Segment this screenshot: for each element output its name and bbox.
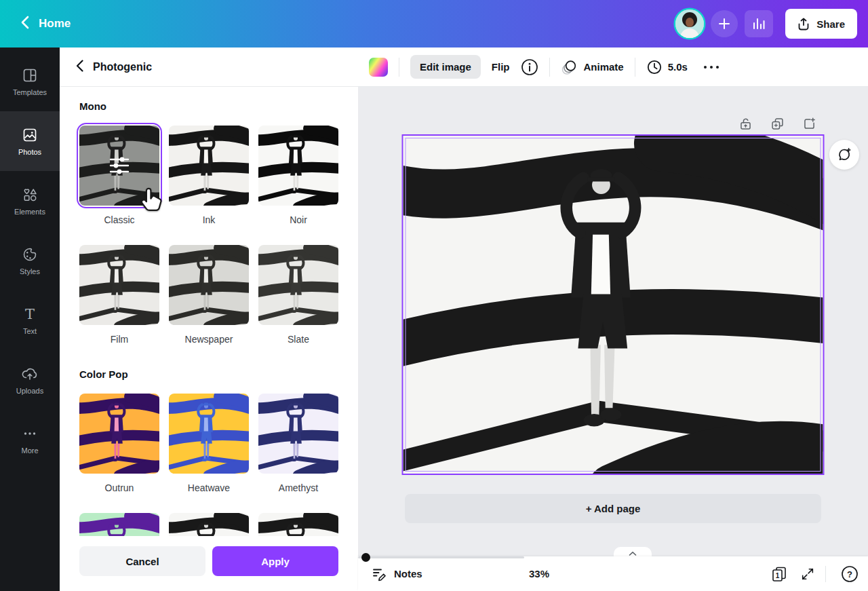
canva-editor: Home (0, 0, 868, 591)
filter-label: Slate (258, 333, 338, 345)
add-comment-icon (836, 147, 852, 163)
bar-chart-icon (752, 17, 766, 31)
filter-option-outrun[interactable]: Outrun (79, 394, 159, 494)
duplicate-page-button[interactable] (770, 117, 785, 131)
sidebar-label: Elements (14, 208, 45, 216)
work-area: + Add page (358, 87, 868, 556)
filter-label: Amethyst (258, 482, 338, 494)
svg-text:1: 1 (776, 572, 780, 579)
add-member-button[interactable] (711, 10, 738, 37)
duration-button[interactable]: 5.0s (646, 59, 688, 75)
filter-option-film[interactable]: Film (79, 245, 159, 345)
animate-button[interactable]: Animate (561, 59, 624, 75)
filter-label: Film (79, 333, 159, 345)
add-page-icon-button[interactable] (802, 117, 816, 131)
page-tools (738, 117, 816, 131)
share-button[interactable]: Share (785, 9, 857, 39)
sidebar-item-styles[interactable]: Styles (0, 231, 60, 290)
sidebar-item-more[interactable]: More (0, 410, 60, 470)
sidebar-label: Uploads (16, 387, 43, 395)
sidebar-item-text[interactable]: T Text (0, 290, 60, 350)
sidebar-label: More (21, 446, 38, 455)
page-indicator-button[interactable]: 1 (770, 556, 788, 591)
sidebar-label: Styles (20, 267, 40, 275)
sidebar-item-templates[interactable]: Templates (0, 52, 60, 111)
filter-option-noir[interactable]: Noir (258, 126, 338, 226)
filter-preview (169, 245, 249, 325)
filters-panel: Photogenic Mono (60, 47, 358, 591)
zoom-slider-thumb[interactable] (361, 553, 370, 562)
filter-preview (79, 245, 159, 325)
cancel-button[interactable]: Cancel (79, 546, 205, 576)
add-page-button[interactable]: + Add page (405, 494, 821, 523)
panel-footer: Cancel Apply (60, 536, 358, 591)
zoom-level: 33% (529, 556, 549, 591)
filter-option-heatwave[interactable]: Heatwave (169, 394, 249, 494)
plus-icon (718, 18, 730, 30)
sidebar-label: Templates (13, 88, 47, 96)
text-icon: T (22, 306, 38, 322)
filter-option-partial-2[interactable] (169, 513, 249, 536)
info-button[interactable] (521, 58, 538, 76)
help-icon: ? (841, 565, 859, 583)
image-toolbar: Edit image Flip Animate (358, 47, 868, 87)
toolbar-divider (549, 58, 550, 77)
add-page-icon (802, 117, 816, 131)
pages-icon: 1 (770, 566, 788, 582)
filter-option-partial-3[interactable] (258, 513, 338, 536)
help-button[interactable]: ? (841, 556, 859, 591)
sidebar: Templates Photos Elements (0, 47, 60, 591)
filter-preview (169, 126, 249, 206)
filter-option-amethyst[interactable]: Amethyst (258, 394, 338, 494)
elements-icon (22, 187, 38, 203)
svg-text:?: ? (847, 569, 852, 579)
apply-button[interactable]: Apply (212, 546, 338, 576)
flip-button[interactable]: Flip (492, 61, 510, 73)
more-dots-icon (22, 425, 38, 442)
home-button[interactable]: Home (14, 10, 77, 38)
avatar[interactable] (675, 9, 704, 38)
filter-label: Newspaper (169, 333, 249, 345)
home-label: Home (39, 17, 71, 31)
info-icon (521, 58, 538, 76)
topbar: Home (0, 0, 868, 47)
filter-option-ink[interactable]: Ink (169, 126, 249, 226)
unlock-icon (738, 117, 753, 131)
filter-label: Ink (169, 214, 249, 226)
filter-option-partial-1[interactable] (79, 513, 159, 536)
svg-text:T: T (25, 306, 35, 322)
sidebar-item-photos[interactable]: Photos (0, 111, 60, 171)
canvas-area: Edit image Flip Animate (358, 47, 868, 591)
share-upload-icon (797, 18, 810, 31)
comment-button[interactable] (829, 140, 859, 170)
filter-preview (169, 394, 249, 474)
lock-button[interactable] (738, 117, 753, 131)
notes-icon (372, 567, 388, 582)
filter-grid-color-pop: Outrun Heatwave (79, 394, 338, 513)
topbar-actions: Share (675, 9, 857, 39)
filter-preview (258, 394, 338, 474)
filter-grid-partial (79, 513, 338, 536)
filter-option-slate[interactable]: Slate (258, 245, 338, 345)
sidebar-item-elements[interactable]: Elements (0, 171, 60, 231)
clock-icon (646, 59, 663, 75)
sidebar-label: Photos (18, 148, 41, 156)
styles-icon (22, 246, 38, 263)
sidebar-item-uploads[interactable]: Uploads (0, 350, 60, 410)
adjust-sliders-icon (79, 126, 159, 206)
canvas-page-image[interactable] (402, 134, 825, 475)
edit-image-button[interactable]: Edit image (410, 55, 481, 79)
filter-option-newspaper[interactable]: Newspaper (169, 245, 249, 345)
notes-button[interactable]: Notes (372, 556, 422, 591)
insights-button[interactable] (745, 10, 773, 37)
filter-label: Noir (258, 214, 338, 226)
more-options-button[interactable] (703, 64, 720, 70)
fullscreen-button[interactable] (800, 556, 815, 591)
filter-option-classic[interactable]: Classic (79, 126, 159, 226)
toolbar-divider (635, 58, 635, 77)
statusbar: Notes 33% 1 (358, 556, 868, 591)
color-picker-swatch[interactable] (369, 58, 388, 77)
panel-back-button[interactable] (76, 60, 83, 75)
collapse-statusbar-tab[interactable] (614, 547, 652, 556)
filter-preview (79, 394, 159, 474)
